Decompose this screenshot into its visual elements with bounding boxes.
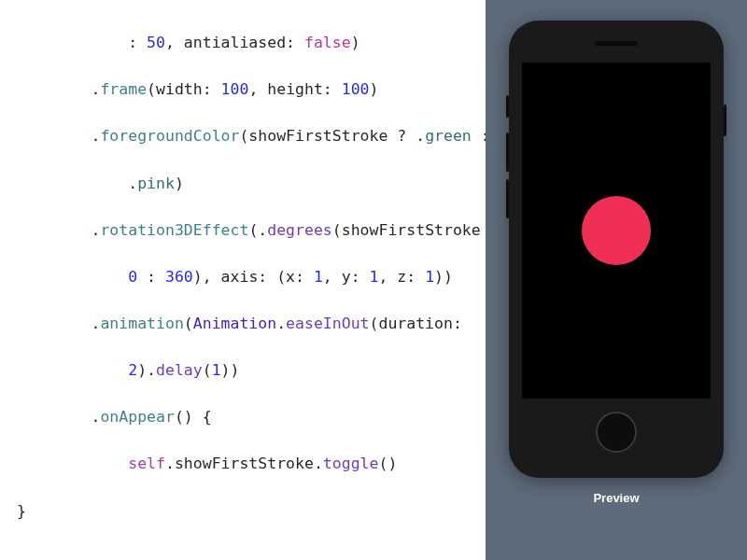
code-line[interactable]: .foregroundColor(showFirstStroke ? .gree…: [11, 124, 486, 147]
code-line[interactable]: .rotation3DEffect(.degrees(showFirstStro…: [11, 218, 486, 242]
device-frame: [509, 21, 724, 478]
device-side-button: [724, 105, 726, 136]
circle-shape: [582, 196, 651, 265]
preview-pane: Preview: [486, 0, 747, 560]
code-line[interactable]: .frame(width: 100, height: 100): [11, 77, 486, 101]
code-line[interactable]: .pink): [11, 172, 486, 195]
code-line[interactable]: self.showFirstStroke.toggle(): [11, 452, 486, 475]
preview-caption: Preview: [593, 491, 639, 505]
code-line[interactable]: .animation(Animation.easeInOut(duration:: [11, 312, 486, 335]
device-speaker: [595, 41, 638, 46]
device-screen[interactable]: [522, 63, 711, 399]
code-line[interactable]: 0 : 360), axis: (x: 1, y: 1, z: 1)): [11, 265, 486, 288]
code-line[interactable]: }: [11, 499, 486, 523]
code-line[interactable]: .onAppear() {: [11, 405, 486, 428]
code-line[interactable]: 2).delay(1)): [11, 358, 486, 382]
device-side-button: [506, 179, 509, 218]
home-button-icon: [596, 412, 637, 453]
code-editor[interactable]: : 50, antialiased: false) .frame(width: …: [0, 0, 486, 560]
device-side-button: [506, 95, 509, 118]
code-line[interactable]: : 50, antialiased: false): [11, 31, 486, 54]
device-side-button: [506, 133, 509, 172]
